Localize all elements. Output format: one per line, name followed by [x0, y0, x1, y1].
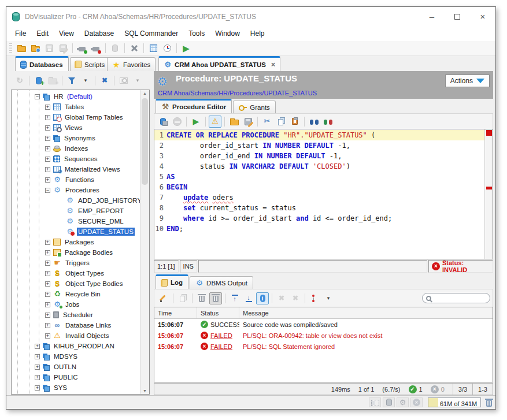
show-warnings-button[interactable]: ⚠ [209, 116, 221, 128]
log-row[interactable]: 15:06:07✓SUCCESSSource code was compiled… [154, 319, 493, 330]
code-line-3[interactable]: 3 order_id_end IN NUMBER DEFAULT -1, [154, 151, 484, 161]
range-indicator[interactable]: 1-3 [472, 384, 493, 395]
show-info-button[interactable]: i [256, 292, 269, 304]
tree-item-mdsys[interactable]: +MDSYS [12, 351, 140, 362]
tree-item-tables[interactable]: +Tables [12, 102, 140, 112]
tab-scripts[interactable]: Scripts [70, 57, 110, 71]
menu-tools[interactable]: Tools [183, 26, 210, 41]
close-button[interactable]: × [470, 7, 495, 26]
tree-item-recycle-bin[interactable]: +♻Recycle Bin [12, 289, 140, 299]
page-indicator[interactable]: 3/3 [453, 384, 472, 395]
insert-mode[interactable]: INS [180, 260, 197, 273]
expand-icon[interactable]: + [45, 261, 50, 266]
tab-crm-ahoa-update-status[interactable]: ⚙CRM Ahoa UPDATE_STATUS× [158, 56, 280, 71]
scroll-down-icon[interactable]: ▼ [140, 389, 149, 393]
grid-window-button[interactable] [147, 42, 160, 54]
expand-icon[interactable]: + [45, 136, 50, 141]
expand-all-button[interactable]: ✖ [275, 292, 288, 304]
connections-indicator[interactable] [383, 397, 395, 407]
save-procedure-button[interactable] [157, 116, 169, 128]
actions-button[interactable]: Actions [445, 75, 490, 87]
log-row[interactable]: 15:06:07×FAILEDPL/SQL: ORA-00942: table … [154, 330, 493, 341]
copy-button[interactable] [275, 116, 287, 128]
load-from-file-button[interactable] [228, 116, 240, 128]
tab-log[interactable]: Log [156, 274, 188, 289]
tree-item-views[interactable]: +Views [12, 122, 140, 133]
collapse-icon[interactable]: − [45, 188, 50, 193]
error-marker-top[interactable] [486, 130, 492, 136]
tree-item-kihub-prodplan[interactable]: +KIHUB_PRODPLAN [12, 341, 140, 351]
copy-log-button[interactable] [176, 292, 189, 304]
tree-item-functions[interactable]: +⚙Functions [12, 174, 140, 185]
column-menu-button[interactable]: ▾ [322, 292, 335, 304]
tab-favorites[interactable]: ★Favorites [107, 57, 156, 71]
menu-file[interactable]: File [10, 26, 31, 41]
expand-icon[interactable]: + [45, 292, 50, 297]
edit-log-entry-button[interactable] [157, 292, 170, 304]
open-file-settings-button[interactable] [29, 42, 42, 54]
clear-log-button[interactable] [195, 292, 208, 304]
code-line-10[interactable]: 10END; [154, 224, 484, 234]
tree-item-synonyms[interactable]: +Synonyms [12, 133, 140, 143]
expand-icon[interactable]: + [35, 344, 40, 349]
tab-dbms-output[interactable]: ⚙DBMS Output [190, 276, 253, 289]
clear-log-on-execute-button[interactable] [209, 292, 222, 304]
tree-item-package-bodies[interactable]: +Package Bodies [12, 247, 140, 258]
tree-item-add-job-history[interactable]: ⚙ADD_JOB_HISTORY [12, 195, 140, 206]
code-line-1[interactable]: 1CREATE OR REPLACE PROCEDURE "HR"."UPDAT… [154, 130, 484, 140]
tree-item-sequences[interactable]: +Sequences [12, 154, 140, 164]
expand-icon[interactable]: + [45, 240, 50, 245]
expand-icon[interactable]: + [35, 354, 40, 359]
tree-item-global-temp-tables[interactable]: +Global Temp Tables [12, 112, 140, 122]
code-line-2[interactable]: 2 order_id_start IN NUMBER DEFAULT -1, [154, 140, 484, 151]
log-column-message[interactable]: Message [239, 307, 493, 318]
log-row[interactable]: 15:06:07×FAILEDPL/SQL: SQL Statement ign… [154, 341, 493, 352]
tool-properties-button[interactable] [128, 42, 140, 54]
open-file-button[interactable] [15, 42, 28, 54]
code-editor[interactable]: 1CREATE OR REPLACE PROCEDURE "HR"."UPDAT… [154, 129, 493, 259]
expand-icon[interactable]: + [35, 375, 40, 380]
code-line-9[interactable]: 9 where id >= order_id_start and id <= o… [154, 213, 484, 224]
expand-icon[interactable]: + [35, 365, 40, 370]
tree-item-object-types[interactable]: +SObject Types [12, 268, 140, 278]
tree-item-public[interactable]: +PUBLIC [12, 372, 140, 382]
filter-menu-button[interactable]: ▾ [79, 75, 92, 87]
tree-item-invalid-objects[interactable]: +⚠Invalid Objects [12, 330, 140, 341]
connect-button[interactable] [76, 42, 88, 54]
log-column-status[interactable]: Status [197, 307, 239, 318]
expand-icon[interactable]: + [45, 250, 50, 255]
find-replace-button[interactable] [321, 116, 334, 128]
tree-item-update-status[interactable]: ⚙UPDATE_STATUS [12, 226, 140, 237]
tab-grants[interactable]: Grants [233, 101, 276, 113]
tab-databases[interactable]: Databases [15, 56, 69, 71]
tree-item-database-links[interactable]: +∞Database Links [12, 320, 140, 330]
pane-indicator[interactable] [369, 397, 381, 407]
create-connection-button[interactable] [32, 75, 45, 87]
tree-item-emp-report[interactable]: ⚙EMP_REPORT [12, 206, 140, 216]
expand-icon[interactable]: + [45, 115, 50, 120]
menu-help[interactable]: Help [245, 26, 270, 41]
expand-icon[interactable]: + [45, 313, 50, 318]
tree-item-indexes[interactable]: +Indexes [12, 143, 140, 154]
error-stripe[interactable] [484, 129, 493, 259]
minimize-button[interactable]: – [419, 7, 445, 26]
tree-item-packages[interactable]: +Packages [12, 237, 140, 247]
expand-icon[interactable]: + [45, 146, 50, 151]
maximize-button[interactable] [445, 7, 470, 26]
menu-window[interactable]: Window [210, 26, 245, 41]
tree-item-object-type-bodies[interactable]: +SObject Type Bodies [12, 278, 140, 289]
garbage-collect-button[interactable] [486, 400, 492, 407]
expand-icon[interactable]: + [35, 385, 40, 391]
save-button[interactable] [43, 42, 55, 54]
tree-item-triggers[interactable]: +☛Triggers [12, 258, 140, 268]
filter-objects-button[interactable] [65, 75, 78, 87]
disconnect-button[interactable] [90, 42, 102, 54]
scrollbar-thumb[interactable] [142, 98, 148, 185]
tree-scrollbar[interactable]: ▲ ▼ [140, 90, 149, 394]
code-line-4[interactable]: 4 status IN VARCHAR2 DEFAULT 'CLOSED') [154, 161, 484, 172]
tree-item-hr[interactable]: −HR(Default) [12, 91, 140, 102]
expand-icon[interactable]: + [45, 323, 50, 328]
code-line-7[interactable]: 7 update oders [154, 192, 484, 203]
run-script-button[interactable]: ▶ [180, 42, 193, 54]
tree-item-secure-dml[interactable]: ⚙SECURE_DML [12, 216, 140, 226]
